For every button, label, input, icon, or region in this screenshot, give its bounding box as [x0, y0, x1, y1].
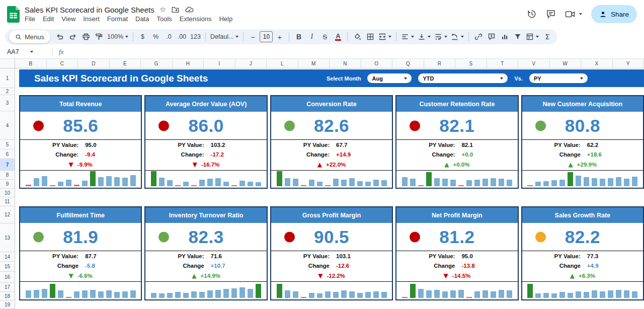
row-header-11[interactable]: 11 — [0, 197, 15, 206]
row-header-1[interactable]: 1 — [0, 68, 15, 88]
row-header-2[interactable]: 2 — [0, 88, 15, 95]
text-rotation-button[interactable] — [449, 30, 465, 43]
menu-insert[interactable]: Insert — [79, 15, 103, 23]
decrease-decimal-button[interactable]: .0 — [163, 30, 175, 43]
column-header-X[interactable]: X — [581, 59, 613, 68]
column-header-M[interactable]: M — [298, 59, 330, 68]
comments-icon[interactable] — [546, 9, 556, 19]
kpi-card[interactable]: Net Profit Margin81.2PY Value:95.0Change… — [395, 206, 518, 300]
name-box-caret-icon[interactable] — [30, 51, 33, 53]
kpi-card[interactable]: Conversion Rate82.6PY Value:67.7Change:+… — [270, 95, 393, 189]
kpi-card[interactable]: Total Revenue85.6PY Value:95.0Change:-9.… — [19, 95, 142, 189]
name-box[interactable]: AA7 — [0, 48, 51, 55]
menu-help[interactable]: Help — [215, 15, 236, 23]
merge-cells-button[interactable] — [377, 30, 393, 43]
row-header-17[interactable]: 17 — [0, 283, 15, 292]
compare-dropdown[interactable]: PY — [529, 73, 588, 83]
insert-comment-button[interactable] — [485, 30, 498, 43]
increase-decimal-button[interactable]: .00 — [176, 30, 188, 43]
kpi-card[interactable]: Fulfillment Time81.9PY Value:87.7Change-… — [19, 206, 142, 300]
filter-views-button[interactable] — [524, 30, 540, 43]
row-header-6[interactable]: 6 — [0, 149, 15, 159]
fx-icon[interactable]: fx — [59, 48, 63, 56]
row-header-5[interactable]: 5 — [0, 140, 15, 149]
kpi-card[interactable]: New Customer Acquisition80.8PY Value:62.… — [521, 95, 644, 189]
zoom-selector[interactable]: 100% — [106, 30, 130, 43]
bold-button[interactable]: B — [292, 30, 305, 43]
row-header-9[interactable]: 9 — [0, 180, 15, 189]
increase-font-size-button[interactable]: + — [273, 30, 286, 43]
text-wrap-button[interactable] — [433, 30, 449, 43]
row-header-3[interactable]: 3 — [0, 95, 15, 111]
fill-color-button[interactable] — [351, 30, 363, 43]
horizontal-align-button[interactable] — [399, 30, 416, 43]
menu-format[interactable]: Format — [104, 15, 131, 23]
strikethrough-button[interactable]: S — [318, 30, 331, 43]
paint-format-button[interactable] — [93, 30, 105, 43]
column-header-Y[interactable]: Y — [613, 59, 644, 68]
row-header-16[interactable]: 16 — [0, 272, 15, 283]
column-header-O[interactable]: O — [361, 59, 393, 68]
column-header-E[interactable]: E — [110, 59, 141, 68]
sheets-logo-icon[interactable] — [7, 6, 20, 23]
vertical-align-button[interactable] — [416, 30, 432, 43]
font-selector[interactable]: Defaul... — [209, 30, 240, 43]
column-header-N[interactable]: N — [330, 59, 361, 68]
month-dropdown[interactable]: Aug — [367, 73, 412, 83]
row-header-7[interactable]: 7 — [0, 159, 15, 171]
insert-link-button[interactable] — [472, 30, 485, 43]
menu-view[interactable]: View — [58, 15, 79, 23]
kpi-card[interactable]: Gross Profit Margin90.5PY Value:103.1Cha… — [270, 206, 393, 300]
row-header-15[interactable]: 15 — [0, 262, 15, 272]
menu-tools[interactable]: Tools — [153, 15, 175, 23]
column-header-Q[interactable]: Q — [392, 59, 424, 68]
video-camera-icon[interactable] — [565, 10, 575, 19]
row-header-12[interactable]: 12 — [0, 206, 15, 223]
move-folder-icon[interactable] — [171, 6, 180, 14]
kpi-card[interactable]: Sales Growth Rate82.2PY Value:77.3Change… — [521, 206, 644, 300]
redo-button[interactable] — [66, 30, 79, 43]
menu-data[interactable]: Data — [132, 15, 152, 23]
column-header-R[interactable]: R — [424, 59, 456, 68]
column-header-V[interactable]: V — [518, 59, 550, 68]
column-header-C[interactable]: C — [47, 59, 78, 68]
print-button[interactable] — [79, 30, 92, 43]
decrease-font-size-button[interactable]: − — [247, 30, 259, 43]
undo-button[interactable] — [53, 30, 66, 43]
percent-format-button[interactable]: % — [149, 30, 162, 43]
column-header-J[interactable]: J — [235, 59, 267, 68]
column-header-B[interactable]: B — [15, 59, 47, 68]
currency-format-button[interactable]: $ — [136, 30, 149, 43]
column-header-I[interactable]: I — [204, 59, 235, 68]
menu-edit[interactable]: Edit — [39, 15, 57, 23]
borders-button[interactable] — [364, 30, 376, 43]
video-call-caret-icon[interactable] — [579, 13, 582, 15]
kpi-card[interactable]: Customer Retention Rate82.1PY Value:82.1… — [395, 95, 518, 189]
video-call-control[interactable] — [565, 10, 582, 19]
row-header-18[interactable]: 18 — [0, 292, 15, 300]
row-header-19[interactable]: 19 — [0, 300, 15, 309]
row-header-10[interactable]: 10 — [0, 189, 15, 197]
column-header-T[interactable]: T — [487, 59, 519, 68]
share-button[interactable]: Share — [591, 5, 637, 23]
column-header-H[interactable]: H — [173, 59, 204, 68]
star-icon[interactable]: ☆ — [159, 5, 166, 14]
insert-chart-button[interactable] — [498, 30, 511, 43]
column-header-S[interactable]: S — [455, 59, 487, 68]
create-filter-button[interactable] — [511, 30, 524, 43]
menu-file[interactable]: File — [21, 15, 39, 23]
kpi-card[interactable]: Average Order Value (AOV)86.0PY Value:10… — [144, 95, 267, 189]
column-header-D[interactable]: D — [78, 59, 110, 68]
row-header-4[interactable]: 4 — [0, 111, 15, 140]
grid-area[interactable]: Sales KPI Scorecard in Google Sheets Sel… — [15, 68, 644, 309]
row-header-13[interactable]: 13 — [0, 223, 15, 252]
functions-button[interactable]: Σ — [541, 30, 553, 43]
document-title[interactable]: Sales KPI Scorecard in Google Sheets — [25, 6, 154, 14]
more-formats-button[interactable]: 123 — [189, 30, 202, 43]
row-header-14[interactable]: 14 — [0, 252, 15, 262]
search-menus-button[interactable]: Menus — [9, 30, 50, 43]
menu-extensions[interactable]: Extensions — [176, 15, 215, 23]
period-dropdown[interactable]: YTD — [418, 73, 508, 83]
version-history-icon[interactable] — [527, 9, 537, 19]
kpi-card[interactable]: Inventory Turnover Ratio82.3PY Value:71.… — [144, 206, 267, 300]
